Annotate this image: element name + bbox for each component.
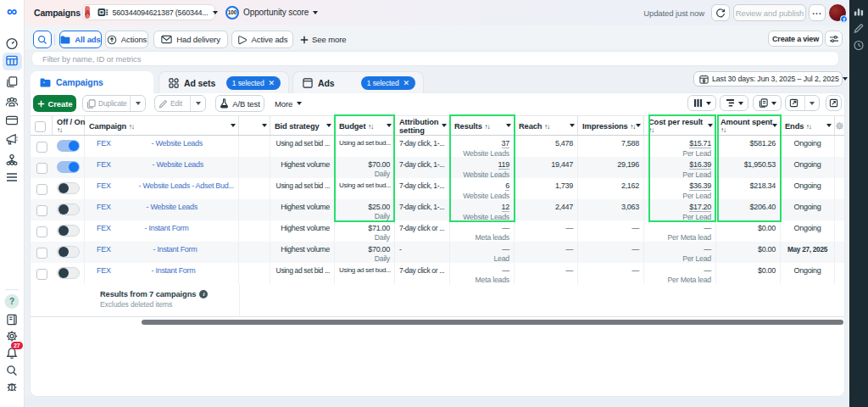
campaign-toggle[interactable] xyxy=(57,267,80,279)
campaign-row[interactable]: FEX- Instant Form Using ad set bid ... U… xyxy=(31,263,844,284)
search-nav-icon[interactable] xyxy=(6,365,18,376)
insights-chart-icon[interactable] xyxy=(854,6,865,17)
view-settings-button[interactable] xyxy=(825,31,843,47)
caret-down-icon[interactable] xyxy=(570,124,575,127)
campaign-toggle[interactable] xyxy=(57,161,80,173)
ads-selected-pill[interactable]: 1 selected✕ xyxy=(361,76,415,90)
duplicate-caret-button[interactable] xyxy=(130,96,145,111)
see-more-button[interactable]: See more xyxy=(300,31,346,48)
header-results[interactable]: Results ↑↓ xyxy=(450,116,515,135)
help-icon[interactable]: ? xyxy=(5,294,19,309)
campaign-toggle[interactable] xyxy=(57,204,80,215)
ad-sets-selected-pill[interactable]: 1 selected✕ xyxy=(226,76,281,90)
more-options-button[interactable]: ... xyxy=(809,4,826,21)
campaign-name-cell[interactable]: FEX- Instant Form xyxy=(85,263,239,284)
row-checkbox[interactable] xyxy=(36,269,47,280)
expand-table-button[interactable] xyxy=(826,95,842,111)
caret-down-icon[interactable] xyxy=(826,124,832,127)
filter-active-ads-button[interactable]: Active ads xyxy=(231,31,293,48)
header-attribution[interactable]: Attribution setting xyxy=(395,116,450,135)
campaign-row[interactable]: FEX- Website Leads Highest volume $70.00… xyxy=(31,157,844,178)
caret-down-icon[interactable] xyxy=(772,124,777,127)
campaign-name-cell[interactable]: FEX- Website Leads - Adset Bud... xyxy=(85,178,239,199)
search-button[interactable] xyxy=(33,31,52,48)
create-button[interactable]: Create xyxy=(33,95,76,112)
header-campaign[interactable]: Campaign ↑↓ xyxy=(85,116,239,135)
business-settings-icon[interactable] xyxy=(6,153,19,166)
header-impressions[interactable]: Impressions ↑↓ xyxy=(578,116,644,135)
row-checkbox[interactable] xyxy=(36,226,47,237)
profile-avatar[interactable]: f xyxy=(829,4,846,21)
campaign-name-cell[interactable]: FEX- Website Leads xyxy=(85,157,239,178)
refresh-button[interactable] xyxy=(711,4,730,21)
row-checkbox[interactable] xyxy=(36,248,47,259)
header-select-all[interactable] xyxy=(31,116,53,135)
campaign-toggle[interactable] xyxy=(57,225,80,237)
header-column-settings[interactable] xyxy=(835,116,844,135)
export-button[interactable] xyxy=(786,96,801,110)
edit-button[interactable]: Edit xyxy=(155,96,190,111)
campaign-toggle[interactable] xyxy=(57,246,80,258)
events-manager-icon[interactable] xyxy=(6,134,19,146)
row-checkbox[interactable] xyxy=(36,205,47,216)
history-clock-icon[interactable] xyxy=(854,40,865,51)
tab-campaigns[interactable]: Campaigns xyxy=(31,71,153,93)
clear-selection-icon[interactable]: ✕ xyxy=(269,79,275,87)
all-tools-icon[interactable] xyxy=(6,172,18,182)
settings-gear-icon[interactable] xyxy=(6,330,19,343)
campaigns-nav-icon[interactable] xyxy=(6,54,19,67)
caret-down-icon[interactable] xyxy=(326,124,331,127)
tab-ads[interactable]: Ads 1 selected✕ xyxy=(292,71,424,93)
tab-ad-sets[interactable]: Ad sets 1 selected✕ xyxy=(159,71,289,93)
horizontal-scrollbar[interactable] xyxy=(142,320,843,325)
campaign-name-cell[interactable]: FEX- Website Leads xyxy=(85,136,239,157)
campaign-toggle[interactable] xyxy=(57,140,80,152)
campaign-name-cell[interactable]: FEX- Website Leads xyxy=(85,199,239,220)
audiences-icon[interactable] xyxy=(5,96,19,108)
row-checkbox[interactable] xyxy=(36,184,47,195)
meta-logo-icon[interactable]: ∞ xyxy=(7,6,17,18)
header-ends[interactable]: Ends ↑↓ xyxy=(781,116,835,135)
review-publish-button[interactable]: Review and publish xyxy=(733,4,806,21)
reports-button[interactable] xyxy=(753,95,782,111)
campaign-row[interactable]: FEX- Instant Form Highest volume $71.00D… xyxy=(31,220,844,242)
caret-down-icon[interactable] xyxy=(636,124,641,127)
caret-down-icon[interactable] xyxy=(387,124,392,127)
header-delivery[interactable] xyxy=(239,116,270,135)
duplicate-button[interactable]: Duplicate xyxy=(83,96,130,111)
columns-button[interactable] xyxy=(687,95,716,111)
header-off-on[interactable]: Off / On↑↓ xyxy=(53,116,85,135)
campaign-toggle[interactable] xyxy=(57,182,80,194)
account-selector[interactable]: A 560344094621387 (560344... xyxy=(82,4,215,20)
campaign-row[interactable]: FEX- Website Leads - Adset Bud... Using … xyxy=(31,178,844,199)
filter-all-ads-button[interactable]: All ads xyxy=(59,31,102,48)
campaign-row[interactable]: FEX- Website Leads Using ad set bid ... … xyxy=(31,136,844,157)
row-checkbox[interactable] xyxy=(36,163,47,174)
create-view-button[interactable]: Create a view xyxy=(768,31,823,47)
breakdown-button[interactable] xyxy=(720,95,748,111)
info-icon[interactable]: i xyxy=(199,290,208,298)
ab-test-button[interactable]: A/B test xyxy=(215,95,264,112)
campaign-name-cell[interactable]: FEX- Instant Form xyxy=(85,220,239,242)
edit-caret-button[interactable] xyxy=(190,96,205,111)
edit-pencil-rail-icon[interactable] xyxy=(854,23,865,34)
caret-down-icon[interactable] xyxy=(442,124,447,127)
ads-reporting-icon[interactable] xyxy=(6,75,18,88)
filter-actions-button[interactable]: Actions xyxy=(105,31,148,48)
row-checkbox[interactable] xyxy=(36,142,47,153)
campaign-row[interactable]: FEX- Website Leads Highest volume $25.00… xyxy=(31,199,844,220)
filter-input[interactable]: Filter by name, ID or metrics xyxy=(31,51,839,66)
campaign-row[interactable]: FEX- Instant Form Highest volume $70.00D… xyxy=(31,242,844,263)
journal-icon[interactable] xyxy=(6,314,18,326)
caret-down-icon[interactable] xyxy=(262,124,267,127)
more-button[interactable]: More xyxy=(270,95,307,112)
header-cost-per-result[interactable]: Cost per result↑↓ xyxy=(644,116,716,135)
campaign-name-cell[interactable]: FEX- Instant Form xyxy=(85,242,239,263)
clear-selection-icon[interactable]: ✕ xyxy=(403,79,409,87)
date-range-picker[interactable]: Last 30 days: Jun 3, 2025 – Jul 2, 2025 xyxy=(693,71,843,86)
header-budget[interactable]: Budget ↑↓ xyxy=(335,116,395,135)
export-caret-button[interactable] xyxy=(804,96,819,110)
select-all-checkbox[interactable] xyxy=(35,121,46,132)
caret-down-icon[interactable] xyxy=(708,124,713,127)
caret-down-icon[interactable] xyxy=(506,124,511,127)
